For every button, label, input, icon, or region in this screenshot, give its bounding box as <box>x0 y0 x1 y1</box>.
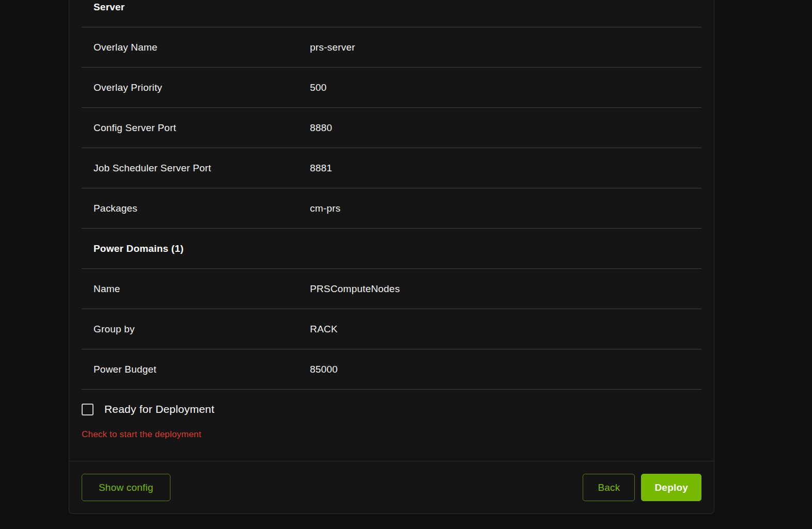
ready-for-deployment-label: Ready for Deployment <box>104 403 214 415</box>
summary-row-group-by: Group by RACK <box>82 309 701 349</box>
ready-for-deployment-section: Ready for Deployment <box>82 403 701 415</box>
deployment-helper-text: Check to start the deployment <box>82 429 701 440</box>
summary-row-overlay-name: Overlay Name prs-server <box>82 27 701 68</box>
row-label: Packages <box>82 203 310 214</box>
section-title: Server <box>82 2 310 13</box>
row-value: 85000 <box>310 364 701 375</box>
row-label: Config Server Port <box>82 122 310 134</box>
summary-rows: Server Overlay Name prs-server Overlay P… <box>82 0 701 390</box>
ready-for-deployment-checkbox[interactable] <box>82 404 93 415</box>
summary-row-job-scheduler-server-port: Job Scheduler Server Port 8881 <box>82 148 701 188</box>
row-value: 8880 <box>310 122 701 134</box>
row-label: Overlay Name <box>82 42 310 53</box>
row-value: 8881 <box>310 163 701 174</box>
row-value: cm-prs <box>310 203 701 214</box>
row-value: PRSComputeNodes <box>310 283 701 295</box>
section-header-server: Server <box>82 0 701 27</box>
row-label: Job Scheduler Server Port <box>82 163 310 174</box>
back-button[interactable]: Back <box>583 474 635 501</box>
row-value: prs-server <box>310 42 701 53</box>
row-label: Name <box>82 283 310 295</box>
row-label: Power Budget <box>82 364 310 375</box>
row-value: 500 <box>310 82 701 93</box>
row-label: Overlay Priority <box>82 82 310 93</box>
summary-row-power-domain-name: Name PRSComputeNodes <box>82 269 701 309</box>
section-header-power-domains: Power Domains (1) <box>82 229 701 269</box>
show-config-button[interactable]: Show config <box>82 474 170 501</box>
row-label: Group by <box>82 324 310 335</box>
summary-row-packages: Packages cm-prs <box>82 188 701 229</box>
deployment-summary-panel: Server Overlay Name prs-server Overlay P… <box>69 0 714 514</box>
summary-row-overlay-priority: Overlay Priority 500 <box>82 68 701 108</box>
row-value: RACK <box>310 324 701 335</box>
section-title: Power Domains (1) <box>82 243 310 254</box>
deploy-button[interactable]: Deploy <box>641 474 701 501</box>
summary-row-config-server-port: Config Server Port 8880 <box>82 108 701 148</box>
wizard-footer: Show config Back Deploy <box>69 461 714 514</box>
summary-row-power-budget: Power Budget 85000 <box>82 349 701 390</box>
ready-for-deployment-control[interactable]: Ready for Deployment <box>82 403 701 415</box>
